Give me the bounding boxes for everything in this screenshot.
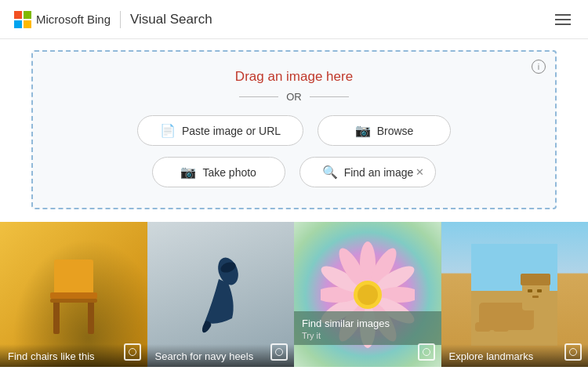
- scan-circle: [569, 348, 577, 356]
- browse-icon: 📷: [355, 123, 371, 138]
- close-icon[interactable]: ✕: [416, 166, 424, 178]
- browse-button[interactable]: 📷 Browse: [318, 115, 451, 146]
- or-line-right: [310, 96, 349, 97]
- menu-line-2: [555, 19, 571, 20]
- header: Microsoft Bing Visual Search: [0, 0, 588, 39]
- grid-item-flower[interactable]: Find similar images Try it: [294, 222, 441, 367]
- camera-icon: 📷: [180, 165, 196, 180]
- chair-scan-icon[interactable]: [124, 343, 141, 361]
- bing-logo-text: Microsoft Bing: [36, 13, 111, 26]
- scan-circle: [423, 348, 430, 356]
- scan-circle: [129, 348, 136, 356]
- bing-logo[interactable]: Microsoft Bing: [14, 11, 111, 28]
- or-line-left: [239, 96, 278, 97]
- or-text: OR: [286, 91, 302, 103]
- sphinx-scan-icon[interactable]: [564, 343, 582, 361]
- flower-label: Find similar images Try it: [294, 311, 441, 345]
- paste-label: Paste image or URL: [182, 125, 281, 137]
- info-icon[interactable]: i: [532, 60, 546, 74]
- grid-item-heels[interactable]: Search for navy heels: [147, 222, 295, 367]
- or-divider: OR: [239, 91, 349, 103]
- svg-rect-3: [88, 299, 94, 334]
- paste-button[interactable]: 📄 Paste image or URL: [137, 115, 303, 146]
- header-divider: [120, 11, 121, 28]
- paste-icon: 📄: [160, 123, 176, 138]
- scan-circle: [275, 348, 283, 356]
- browse-label: Browse: [377, 125, 414, 137]
- svg-rect-30: [493, 322, 509, 332]
- menu-line-1: [555, 14, 571, 16]
- drop-zone-wrapper: i Drag an image here OR 📄 Paste image or…: [0, 39, 588, 222]
- svg-rect-1: [50, 292, 97, 299]
- grid-item-sphinx[interactable]: Explore landmarks: [441, 222, 589, 367]
- heels-scan-icon[interactable]: [270, 343, 288, 361]
- image-grid: Find chairs like this Search for navy he…: [0, 222, 588, 367]
- drag-text: Drag an image here: [235, 69, 353, 85]
- svg-rect-26: [528, 289, 532, 292]
- menu-line-3: [555, 24, 571, 25]
- find-image-button[interactable]: 🔍 Find an image ✕: [299, 157, 437, 187]
- header-title: Visual Search: [130, 12, 212, 27]
- flower-scan-icon[interactable]: [418, 343, 435, 361]
- svg-rect-27: [537, 289, 542, 292]
- take-photo-label: Take photo: [202, 166, 256, 179]
- take-photo-button[interactable]: 📷 Take photo: [152, 157, 285, 187]
- svg-rect-25: [521, 274, 550, 285]
- svg-rect-28: [532, 296, 539, 298]
- svg-point-20: [358, 285, 378, 305]
- svg-rect-2: [53, 299, 60, 334]
- buttons-row-2: 📷 Take photo 🔍 Find an image ✕: [152, 157, 437, 187]
- hamburger-menu-button[interactable]: [552, 11, 574, 28]
- svg-rect-29: [475, 322, 491, 332]
- svg-rect-0: [54, 260, 93, 295]
- find-image-label: Find an image: [344, 166, 414, 179]
- svg-rect-4: [50, 299, 97, 303]
- grid-item-chair[interactable]: Find chairs like this: [0, 222, 147, 367]
- bing-logo-grid: [14, 11, 31, 28]
- search-icon: 🔍: [322, 165, 338, 180]
- buttons-row-1: 📄 Paste image or URL 📷 Browse: [137, 115, 451, 146]
- drop-zone[interactable]: i Drag an image here OR 📄 Paste image or…: [31, 50, 557, 209]
